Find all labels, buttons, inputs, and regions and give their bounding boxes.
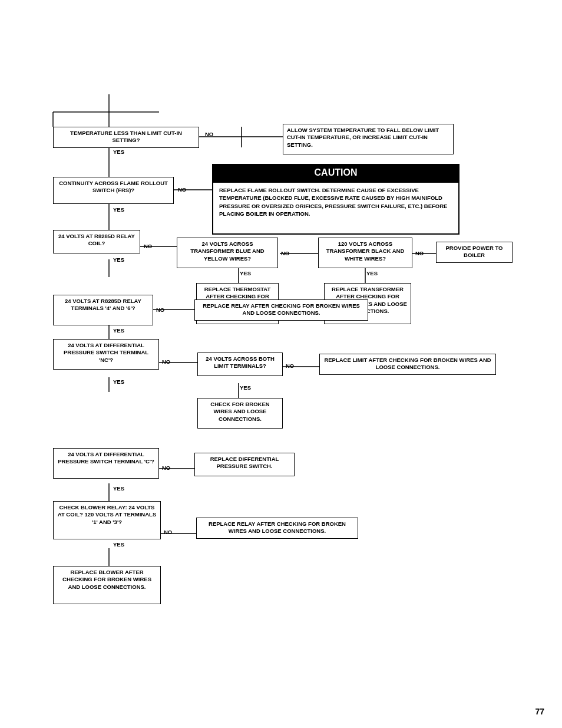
- temp-less-box: TEMPERATURE LESS THAN LIMIT CUT-IN SETTI…: [53, 127, 199, 148]
- yes-diff-nc-label: YES: [113, 378, 124, 385]
- volts-diff-c-box: 24 VOLTS AT DIFFERENTIAL PRESSURE SWITCH…: [53, 448, 159, 479]
- no-limit-label: NO: [286, 363, 294, 369]
- yes-relay-term-label: YES: [113, 327, 124, 334]
- no-blower-label: NO: [164, 529, 172, 535]
- no-120-label: NO: [415, 250, 424, 256]
- caution-title-box: CAUTION: [212, 164, 459, 182]
- no-relay-label: NO: [144, 243, 152, 249]
- replace-relay-1-box: REPLACE RELAY AFTER CHECKING FOR BROKEN …: [194, 299, 368, 321]
- page: TEMPERATURE LESS THAN LIMIT CUT-IN SETTI…: [0, 0, 562, 728]
- no-diff-nc-label: NO: [162, 358, 170, 365]
- yes-relay-label: YES: [113, 256, 124, 263]
- continuity-box: CONTINUITY ACROSS FLAME ROLLOUT SWITCH (…: [53, 177, 174, 204]
- caution-content-box: REPLACE FLAME ROLLOUT SWITCH. DETERMINE …: [212, 182, 459, 235]
- volts-transformer-box: 24 VOLTS ACROSS TRANSFORMER BLUE AND YEL…: [177, 238, 278, 268]
- allow-system-box: ALLOW SYSTEM TEMPERATURE TO FALL BELOW L…: [283, 124, 454, 154]
- replace-relay-2-box: REPLACE RELAY AFTER CHECKING FOR BROKEN …: [196, 518, 358, 539]
- yes-transformer-label: YES: [240, 270, 251, 276]
- yes-temp-label: YES: [113, 149, 124, 155]
- volts-diff-nc-box: 24 VOLTS AT DIFFERENTIAL PRESSURE SWITCH…: [53, 339, 159, 370]
- volts-limit-box: 24 VOLTS ACROSS BOTH LIMIT TERMINALS?: [197, 353, 283, 376]
- yes-blower-label: YES: [113, 541, 124, 548]
- replace-limit-box: REPLACE LIMIT AFTER CHECKING FOR BROKEN …: [319, 354, 496, 375]
- no-diff-c-label: NO: [162, 465, 170, 471]
- provide-power-box: PROVIDE POWER TO BOILER: [436, 242, 513, 263]
- yes-120-label: YES: [366, 270, 378, 276]
- volts-relay-coil-box: 24 VOLTS AT R8285D RELAY COIL?: [53, 230, 140, 253]
- no-temp-label: NO: [205, 131, 213, 137]
- no-relay-term-label: NO: [156, 307, 164, 313]
- volts-relay-terminals-box: 24 VOLTS AT R8285D RELAY TERMINALS '4' A…: [53, 295, 153, 325]
- volts-120-box: 120 VOLTS ACROSS TRANSFORMER BLACK AND W…: [318, 238, 412, 268]
- page-number: 77: [535, 707, 544, 716]
- yes-limit-label: YES: [240, 384, 251, 391]
- check-blower-box: CHECK BLOWER RELAY: 24 VOLTS AT COIL? 12…: [53, 501, 161, 539]
- replace-diff-box: REPLACE DIFFERENTIAL PRESSURE SWITCH.: [194, 453, 295, 476]
- yes-continuity-label: YES: [113, 206, 124, 213]
- replace-blower-box: REPLACE BLOWER AFTER CHECKING FOR BROKEN…: [53, 566, 161, 604]
- yes-diff-c-label: YES: [113, 485, 124, 492]
- no-transformer-label: NO: [281, 250, 289, 256]
- no-continuity-label: NO: [178, 186, 186, 193]
- check-broken-box: CHECK FOR BROKEN WIRES AND LOOSE CONNECT…: [197, 398, 283, 429]
